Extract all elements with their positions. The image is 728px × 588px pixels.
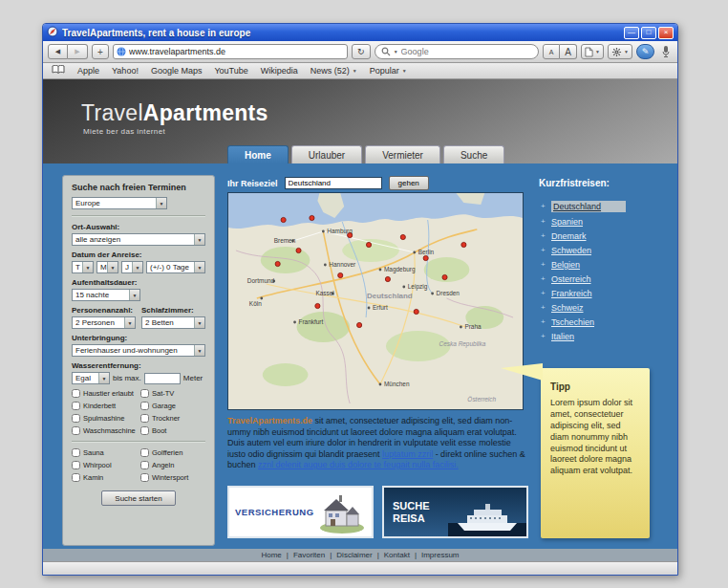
- checkbox-garage[interactable]: Garage: [140, 402, 205, 410]
- checkbox-sauna[interactable]: Sauna: [72, 448, 137, 457]
- checkbox-box[interactable]: [72, 389, 80, 398]
- bookmark-popular-folder[interactable]: Popular▼: [370, 66, 407, 76]
- back-button[interactable]: ◀: [48, 44, 68, 59]
- refresh-button[interactable]: ↻: [352, 44, 371, 59]
- wasser-select[interactable]: Egal▼: [72, 372, 110, 384]
- checkbox-box[interactable]: [72, 448, 80, 457]
- intro-link[interactable]: luptatum zzril: [382, 449, 433, 459]
- checkbox-box[interactable]: [140, 448, 149, 457]
- intro-link[interactable]: zznl delenit augue duis dolore te feugai…: [258, 460, 459, 469]
- tab-suche[interactable]: Suche: [443, 145, 504, 163]
- text-smaller-button[interactable]: A: [543, 44, 560, 59]
- microphone-button[interactable]: [658, 44, 673, 59]
- country-link-dnemark[interactable]: +Dnemark: [541, 231, 667, 241]
- day-select[interactable]: T▼: [72, 261, 94, 273]
- checkbox-box[interactable]: [140, 461, 149, 469]
- select-arrow-icon[interactable]: ▼: [132, 262, 142, 272]
- region-select[interactable]: Europe ▼: [72, 197, 167, 209]
- bookmark-youtube[interactable]: YouTube: [214, 66, 247, 76]
- checkbox-box[interactable]: [72, 414, 80, 423]
- checkbox-kamin[interactable]: Kamin: [72, 473, 137, 482]
- versicherung-banner[interactable]: VERSICHERUNG: [227, 486, 374, 538]
- search-dropdown-icon[interactable]: ▼: [394, 50, 398, 54]
- window-titlebar[interactable]: TravelApartments, rent a house in europe…: [43, 24, 677, 41]
- tab-vermieter[interactable]: Vermieter: [365, 145, 440, 163]
- checkbox-golfferien[interactable]: Golfferien: [140, 448, 205, 457]
- bookmark-apple[interactable]: Apple: [77, 66, 99, 76]
- country-link-tschechien[interactable]: +Tschechien: [541, 317, 667, 327]
- checkbox-whirpool[interactable]: Whirpool: [72, 461, 137, 469]
- footer-link-impressum[interactable]: Impressum: [421, 551, 460, 559]
- checkbox-sattv[interactable]: Sat-TV: [140, 389, 205, 398]
- country-link-schweden[interactable]: +Schweden: [541, 246, 667, 255]
- checkbox-angeln[interactable]: Angeln: [140, 461, 205, 469]
- select-arrow-icon[interactable]: ▼: [82, 262, 93, 272]
- country-link-schweiz[interactable]: +Schweiz: [541, 303, 667, 313]
- schlafzimmer-select[interactable]: 2 Betten▼: [141, 316, 205, 329]
- text-larger-button[interactable]: A: [560, 44, 577, 59]
- tab-urlauber[interactable]: Urlauber: [291, 145, 362, 163]
- checkbox-box[interactable]: [72, 402, 80, 410]
- checkbox-box[interactable]: [72, 426, 80, 435]
- forward-button[interactable]: ▶: [68, 44, 88, 59]
- search-input[interactable]: [401, 47, 532, 56]
- country-link-deutschland[interactable]: +Deutschland: [541, 201, 667, 212]
- checkbox-box[interactable]: [140, 389, 149, 398]
- select-arrow-icon[interactable]: ▼: [124, 317, 135, 328]
- checkbox-trockner[interactable]: Trockner: [140, 414, 205, 423]
- unterbringung-select[interactable]: Ferienhauser und-wohnungen ▼: [72, 344, 205, 357]
- checkbox-haustier[interactable]: Haustier erlaubt: [72, 389, 137, 398]
- year-select[interactable]: J▼: [121, 261, 143, 273]
- select-arrow-icon[interactable]: ▼: [194, 317, 204, 328]
- select-arrow-icon[interactable]: ▼: [194, 234, 204, 245]
- add-bookmark-button[interactable]: +: [92, 44, 109, 59]
- tab-home[interactable]: Home: [227, 145, 289, 163]
- country-link-belgien[interactable]: +Belgien: [541, 260, 667, 270]
- country-link-spanien[interactable]: +Spanien: [541, 217, 667, 227]
- footer-link-kontakt[interactable]: Kontakt: [384, 551, 410, 559]
- germany-map[interactable]: Hamburg Bremen Berlin Hannover Magdeburg…: [227, 192, 524, 410]
- minimize-button[interactable]: —: [624, 27, 639, 39]
- edit-button[interactable]: ✎: [636, 44, 654, 59]
- bookmark-wikipedia[interactable]: Wikipedia: [261, 66, 298, 76]
- dauer-select[interactable]: 15 nachte ▼: [72, 289, 140, 301]
- search-box[interactable]: ▼: [375, 44, 539, 59]
- checkbox-box[interactable]: [140, 402, 149, 410]
- bookmarks-book-icon[interactable]: [52, 65, 65, 76]
- select-arrow-icon[interactable]: ▼: [129, 290, 139, 300]
- page-menu-button[interactable]: ▼: [581, 44, 604, 59]
- checkbox-spulmashine[interactable]: Spulmashine: [72, 414, 137, 423]
- destination-input[interactable]: [285, 177, 382, 189]
- checkbox-wintersport[interactable]: Wintersport: [140, 473, 205, 482]
- select-arrow-icon[interactable]: ▼: [194, 345, 204, 356]
- site-logo[interactable]: TravelApartments: [81, 100, 268, 126]
- settings-menu-button[interactable]: ▼: [608, 44, 632, 59]
- checkbox-boot[interactable]: Boot: [140, 426, 205, 435]
- country-link-italien[interactable]: +Italien: [541, 332, 667, 341]
- personen-select[interactable]: 2 Personen▼: [72, 316, 136, 329]
- flex-days-select[interactable]: (+/-) 0 Tage▼: [146, 261, 205, 273]
- checkbox-box[interactable]: [140, 426, 149, 435]
- bookmark-yahoo[interactable]: Yahoo!: [112, 66, 139, 76]
- select-arrow-icon[interactable]: ▼: [107, 262, 118, 272]
- go-button[interactable]: gehen: [389, 176, 429, 190]
- checkbox-box[interactable]: [72, 461, 80, 469]
- footer-link-home[interactable]: Home: [261, 551, 281, 559]
- country-link-osterreich[interactable]: +Osterreich: [541, 274, 667, 284]
- select-arrow-icon[interactable]: ▼: [98, 373, 109, 383]
- meter-input[interactable]: [144, 373, 181, 384]
- select-arrow-icon[interactable]: ▼: [194, 262, 204, 272]
- footer-link-disclaimer[interactable]: Disclaimer: [336, 551, 372, 559]
- bookmark-google-maps[interactable]: Google Maps: [151, 66, 203, 76]
- checkbox-box[interactable]: [140, 414, 149, 423]
- maximize-button[interactable]: □: [641, 27, 656, 39]
- checkbox-box[interactable]: [72, 473, 80, 482]
- suche-reisa-banner[interactable]: SUCHE REISA: [382, 486, 528, 538]
- select-arrow-icon[interactable]: ▼: [156, 198, 166, 208]
- footer-link-favoriten[interactable]: Favoriten: [293, 551, 325, 559]
- bookmark-news-folder[interactable]: News (52)▼: [310, 66, 357, 76]
- month-select[interactable]: M▼: [96, 261, 118, 273]
- country-link-frankreich[interactable]: +Frankreich: [541, 289, 667, 298]
- checkbox-kinderbett[interactable]: Kinderbett: [72, 402, 137, 410]
- address-bar[interactable]: [113, 44, 348, 59]
